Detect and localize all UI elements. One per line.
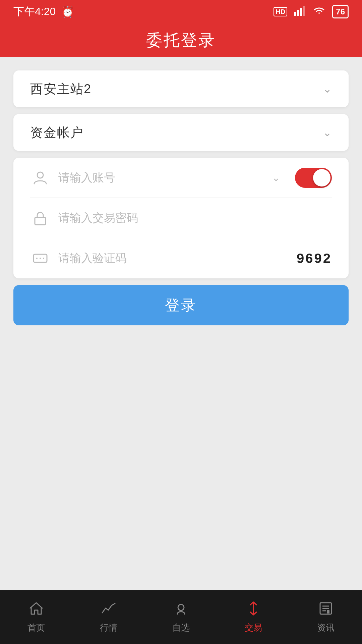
signal-icon xyxy=(294,6,306,18)
svg-point-7 xyxy=(36,258,38,259)
account-type-label: 资金帐户 xyxy=(30,124,84,141)
captcha-row[interactable]: 请输入验证码 9692 xyxy=(30,238,332,278)
home-icon xyxy=(28,601,44,619)
server-selector[interactable]: 西安主站2 ⌄ xyxy=(13,70,349,107)
captcha-code-display[interactable]: 9692 xyxy=(297,251,332,266)
nav-label-home: 首页 xyxy=(27,622,45,634)
toggle-knob xyxy=(313,169,330,186)
time-display: 下午4:20 xyxy=(13,4,56,19)
hd-signal-badge: HD xyxy=(274,8,287,16)
user-icon xyxy=(30,168,50,188)
svg-rect-3 xyxy=(303,6,305,16)
page-header: 委托登录 xyxy=(0,23,362,57)
account-dropdown-icon: ⌄ xyxy=(272,172,280,183)
svg-point-10 xyxy=(178,604,184,610)
login-button[interactable]: 登录 xyxy=(13,285,349,325)
news-icon xyxy=(318,601,334,619)
status-bar: 下午4:20 ⏰ HD 76 xyxy=(0,0,362,23)
battery-icon: 76 xyxy=(332,5,349,18)
nav-item-news[interactable]: 资讯 xyxy=(290,590,362,644)
market-icon xyxy=(101,601,116,619)
page-title: 委托登录 xyxy=(146,30,216,51)
nav-label-trade: 交易 xyxy=(245,622,262,634)
captcha-icon xyxy=(30,248,50,268)
svg-rect-0 xyxy=(294,12,296,16)
account-placeholder: 请输入账号 xyxy=(58,170,272,185)
nav-item-watchlist[interactable]: 自选 xyxy=(145,590,217,644)
status-left: 下午4:20 ⏰ xyxy=(13,4,74,19)
svg-point-9 xyxy=(43,258,44,259)
captcha-placeholder: 请输入验证码 xyxy=(58,251,297,266)
account-type-selector[interactable]: 资金帐户 ⌄ xyxy=(13,114,349,151)
status-right: HD 76 xyxy=(274,5,349,18)
account-type-chevron-icon: ⌄ xyxy=(323,126,332,139)
server-chevron-icon: ⌄ xyxy=(323,83,332,95)
login-form-card: 请输入账号 ⌄ 请输入交易密码 xyxy=(13,158,349,278)
trade-icon xyxy=(246,601,261,619)
nav-item-home[interactable]: 首页 xyxy=(0,590,72,644)
nav-label-market: 行情 xyxy=(100,622,117,634)
password-input-area[interactable]: 请输入交易密码 xyxy=(58,210,332,226)
captcha-input-area[interactable]: 请输入验证码 9692 xyxy=(58,251,332,266)
alarm-icon: ⏰ xyxy=(61,5,74,18)
svg-rect-1 xyxy=(297,10,299,16)
server-selector-label: 西安主站2 xyxy=(30,80,92,98)
password-placeholder: 请输入交易密码 xyxy=(58,210,332,226)
account-row[interactable]: 请输入账号 ⌄ xyxy=(30,158,332,198)
account-input-area[interactable]: 请输入账号 ⌄ xyxy=(58,170,287,185)
svg-point-4 xyxy=(37,172,43,178)
nav-label-watchlist: 自选 xyxy=(172,622,190,634)
svg-point-8 xyxy=(40,258,41,259)
svg-rect-5 xyxy=(35,217,46,225)
svg-rect-2 xyxy=(300,8,302,16)
nav-label-news: 资讯 xyxy=(317,622,335,634)
main-content: 西安主站2 ⌄ 资金帐户 ⌄ 请输入账号 ⌄ xyxy=(0,57,362,590)
nav-item-trade[interactable]: 交易 xyxy=(217,590,290,644)
bottom-navigation: 首页 行情 自选 交易 xyxy=(0,590,362,644)
svg-rect-16 xyxy=(327,610,329,613)
password-row[interactable]: 请输入交易密码 xyxy=(30,198,332,238)
wifi-icon xyxy=(313,6,325,18)
account-toggle[interactable] xyxy=(295,168,332,188)
lock-icon xyxy=(30,208,50,228)
nav-item-market[interactable]: 行情 xyxy=(72,590,145,644)
watchlist-icon xyxy=(173,601,189,619)
